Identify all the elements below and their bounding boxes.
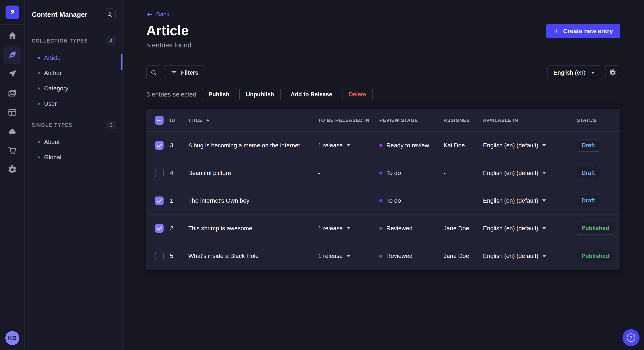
arrow-left-icon xyxy=(146,11,153,18)
sidebar-item-author[interactable]: Author xyxy=(25,65,122,81)
chevron-down-icon[interactable] xyxy=(346,255,350,257)
cell-release[interactable]: - xyxy=(318,170,379,176)
column-header-title[interactable]: TITLE xyxy=(188,118,318,123)
publish-button[interactable]: Publish xyxy=(202,88,236,101)
column-header-assignee[interactable]: ASSIGNEE xyxy=(444,118,483,123)
help-button[interactable]: ? xyxy=(622,329,640,346)
sidebar-item-global[interactable]: Global xyxy=(25,150,122,165)
cell-release[interactable]: - xyxy=(318,197,379,204)
media-library-icon[interactable] xyxy=(4,84,21,102)
cell-review-stage: Reviewed xyxy=(379,253,444,259)
cell-id: 4 xyxy=(170,170,188,176)
cell-available-in[interactable]: English (en) (default) xyxy=(483,225,577,232)
strapi-logo-icon xyxy=(8,8,16,16)
cell-status: Published xyxy=(577,222,620,234)
cell-release[interactable]: 1 release xyxy=(318,225,379,232)
list-toolbar: Filters English (en) xyxy=(146,65,620,80)
cell-release[interactable]: 1 release xyxy=(318,253,379,259)
cell-title: Beautiful picture xyxy=(188,170,318,176)
cell-review-stage: To do xyxy=(379,197,444,204)
chevron-down-icon[interactable] xyxy=(346,227,350,229)
cell-status: Draft xyxy=(577,167,620,179)
select-all-checkbox[interactable] xyxy=(155,116,164,125)
stage-dot xyxy=(379,144,382,147)
table-row[interactable]: 4 Beautiful picture - To do - English (e… xyxy=(146,159,620,187)
column-header-review-stage[interactable]: REVIEW STAGE xyxy=(379,118,444,123)
rail-icon-list xyxy=(0,27,24,178)
row-checkbox[interactable] xyxy=(155,169,164,177)
stage-dot xyxy=(379,255,382,258)
status-badge: Draft xyxy=(577,139,600,152)
create-new-entry-button[interactable]: Create new entry xyxy=(546,24,620,38)
sidebar-item-about[interactable]: About xyxy=(25,134,122,150)
bullet-icon xyxy=(38,156,40,159)
cell-title: The internet's Own boy xyxy=(188,197,318,204)
logo-box xyxy=(0,0,24,25)
sidebar-item-article[interactable]: Article xyxy=(25,50,122,65)
filters-button[interactable]: Filters xyxy=(164,65,205,80)
cell-available-in[interactable]: English (en) (default) xyxy=(483,253,577,259)
home-icon[interactable] xyxy=(4,27,21,45)
user-avatar[interactable]: KD xyxy=(5,331,20,345)
chevron-down-icon[interactable] xyxy=(542,227,546,229)
chevron-down-icon[interactable] xyxy=(542,199,546,202)
chevron-down-icon[interactable] xyxy=(346,144,350,147)
cell-title: A bug is becoming a meme on the internet xyxy=(188,142,318,149)
cell-review-stage: Reviewed xyxy=(379,225,444,232)
sort-ascending-icon xyxy=(206,119,210,121)
chevron-down-icon[interactable] xyxy=(542,144,546,147)
sidebar-search-button[interactable] xyxy=(104,8,116,20)
chevron-down-icon[interactable] xyxy=(542,172,546,174)
row-checkbox[interactable] xyxy=(155,224,164,233)
section-label: SINGLE TYPES xyxy=(32,122,72,128)
column-header-available-in[interactable]: AVAILABLE IN xyxy=(483,118,577,123)
sidebar-item-category[interactable]: Category xyxy=(25,81,122,96)
bullet-icon xyxy=(38,103,40,105)
cell-available-in[interactable]: English (en) (default) xyxy=(483,142,577,149)
cell-assignee: Jane Doe xyxy=(444,225,483,232)
row-checkbox[interactable] xyxy=(155,252,164,260)
plus-icon xyxy=(554,28,559,34)
content-manager-feather-icon[interactable] xyxy=(4,46,21,64)
settings-gear-icon[interactable] xyxy=(4,161,21,178)
cell-status: Draft xyxy=(577,194,620,207)
search-icon xyxy=(107,12,112,17)
cell-status: Published xyxy=(577,250,620,262)
stage-dot xyxy=(379,172,382,175)
table-row[interactable]: 2 This shrimp is awesome 1 release Revie… xyxy=(146,214,620,242)
table-row[interactable]: 3 A bug is becoming a meme on the intern… xyxy=(146,132,620,159)
filter-icon xyxy=(171,70,177,76)
sidebar-item-user[interactable]: User xyxy=(25,96,122,111)
sidebar-divider xyxy=(32,27,42,27)
row-checkbox[interactable] xyxy=(155,141,164,150)
locale-select[interactable]: English (en) xyxy=(548,65,601,80)
cloud-icon[interactable] xyxy=(4,123,21,140)
collection-types-section: COLLECTION TYPES 4 Article Author Catego… xyxy=(25,37,122,111)
back-link[interactable]: Back xyxy=(146,11,169,18)
marketplace-cart-icon[interactable] xyxy=(4,142,21,160)
bullet-icon xyxy=(38,57,40,59)
cell-release[interactable]: 1 release xyxy=(318,142,379,149)
send-plane-icon[interactable] xyxy=(4,65,21,83)
cell-available-in[interactable]: English (en) (default) xyxy=(483,197,577,204)
column-header-release[interactable]: TO BE RELEASED IN xyxy=(318,118,379,123)
row-checkbox[interactable] xyxy=(155,196,164,205)
cell-assignee: Kai Doe xyxy=(444,142,483,149)
add-to-release-button[interactable]: Add to Release xyxy=(284,88,339,101)
search-button[interactable] xyxy=(146,65,161,80)
table-row[interactable]: 1 The internet's Own boy - To do - Engli… xyxy=(146,187,620,214)
table-row[interactable]: 5 What's inside a Black Hole 1 release R… xyxy=(146,242,620,270)
unpublish-button[interactable]: Unpublish xyxy=(239,88,281,101)
column-header-status[interactable]: STATUS xyxy=(577,118,620,123)
column-header-id[interactable]: ID xyxy=(170,118,188,123)
view-settings-button[interactable] xyxy=(605,65,620,80)
chevron-down-icon[interactable] xyxy=(542,255,546,257)
entries-table: ID TITLE TO BE RELEASED IN REVIEW STAGE … xyxy=(146,109,620,270)
stage-dot xyxy=(379,199,382,202)
delete-button[interactable]: Delete xyxy=(342,88,373,101)
strapi-logo[interactable] xyxy=(6,5,19,19)
nav-rail: KD xyxy=(0,0,25,350)
active-item-indicator xyxy=(121,54,122,70)
cell-available-in[interactable]: English (en) (default) xyxy=(483,170,577,176)
content-type-builder-icon[interactable] xyxy=(4,103,21,121)
